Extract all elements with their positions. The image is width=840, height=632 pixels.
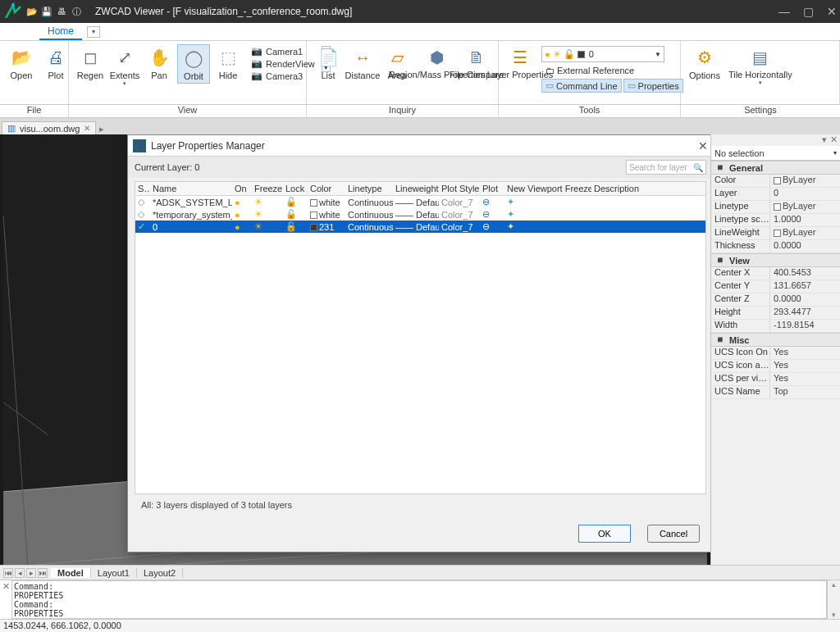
printer-icon: 🖨 — [44, 46, 67, 69]
layout-tab[interactable]: Layout2 — [137, 568, 183, 578]
camera-icon: 📷 — [251, 70, 262, 81]
open-button[interactable]: 📂Open — [5, 44, 38, 82]
folder-open-icon: 📂 — [10, 46, 33, 69]
sun-icon: ☀ — [553, 49, 561, 60]
tab-overflow-icon[interactable]: ▸ — [99, 124, 104, 134]
props-row[interactable]: LineWeightByLayer — [711, 227, 840, 240]
props-row[interactable]: Center X400.5453 — [711, 267, 840, 280]
props-section-header[interactable]: ◾Misc — [711, 333, 840, 347]
props-section-header[interactable]: ◾General — [711, 161, 840, 175]
layer-search-input[interactable]: Search for layer 🔍 — [626, 160, 706, 175]
props-row[interactable]: Linetype scale1.0000 — [711, 214, 840, 227]
props-row[interactable]: Center Z0.0000 — [711, 293, 840, 307]
props-row[interactable]: UCS Icon OnYes — [711, 347, 840, 360]
props-row[interactable]: UCS NameTop — [711, 386, 840, 399]
tile-icon: ▤ — [749, 46, 772, 69]
command-line-panel: ✕ Command:PROPERTIESCommand:PROPERTIESCo… — [0, 580, 840, 619]
panel-close-icon[interactable]: ✕ — [830, 134, 838, 146]
props-row[interactable]: Height293.4477 — [711, 307, 840, 320]
column-header[interactable]: Name — [150, 182, 232, 196]
props-row[interactable]: Thickness0.0000 — [711, 240, 840, 253]
hide-button[interactable]: ⬚Hide — [212, 44, 244, 82]
cmdline-close-icon[interactable]: ✕ — [0, 580, 11, 619]
close-button[interactable]: ✕ — [827, 5, 837, 18]
maximize-button[interactable]: ▢ — [803, 5, 814, 18]
column-header[interactable]: Freeze — [252, 182, 283, 196]
pan-button[interactable]: ✋Pan — [143, 44, 176, 82]
window-icon: ▭ — [628, 80, 636, 91]
document-tabs: ▥ visu...oom.dwg ✕ ▸ — [0, 118, 840, 134]
layer-combo[interactable]: ● ☀ 🔓 0 ▼ — [541, 46, 664, 62]
regen-button[interactable]: ◻Regen — [74, 44, 107, 82]
column-header[interactable]: New Viewport Freeze — [504, 182, 591, 196]
cancel-button[interactable]: Cancel — [647, 525, 700, 543]
camera-icon: 📷 — [251, 58, 262, 69]
props-row[interactable]: ColorByLayer — [711, 175, 840, 188]
tab-home[interactable]: Home — [39, 24, 82, 40]
orbit-button[interactable]: ◯Orbit — [177, 44, 210, 84]
window-icon: ▭ — [546, 80, 554, 91]
options-button[interactable]: ⚙Options — [686, 44, 724, 82]
chevron-down-icon: ▼ — [655, 51, 661, 58]
props-row[interactable]: Layer0 — [711, 188, 840, 201]
layout-tab[interactable]: Model — [51, 568, 91, 578]
column-header[interactable]: Color — [308, 182, 345, 196]
props-row[interactable]: UCS icon at ori…Yes — [711, 360, 840, 373]
document-tab[interactable]: ▥ visu...oom.dwg ✕ — [2, 121, 96, 134]
info-icon[interactable]: ⓘ — [71, 6, 82, 17]
open-icon[interactable]: 📂 — [26, 6, 38, 17]
distance-button[interactable]: ↔Distance — [346, 44, 379, 82]
properties-panel: ▾ ✕ No selection▾ ◾GeneralColorByLayerLa… — [710, 134, 840, 565]
ribbon-section-labels: File View Inquiry Tools Settings — [0, 105, 840, 118]
props-row[interactable]: LinetypeByLayer — [711, 201, 840, 214]
lock-open-icon: 🔓 — [564, 49, 575, 60]
tab-nav-last[interactable]: ⏭ — [38, 568, 48, 578]
layer-table[interactable]: S…NameOnFreezeLockColorLinetypeLineweigh… — [135, 182, 705, 233]
table-row[interactable]: ◇*ADSK_SYSTEM_LIG…●☀🔓whiteContinuous—— D… — [135, 196, 705, 209]
properties-toggle[interactable]: ▭Properties — [623, 79, 683, 93]
layout-tab[interactable]: Layout1 — [91, 568, 137, 578]
extents-button[interactable]: ⤢Extents▾ — [108, 44, 141, 89]
table-row[interactable]: ◇*temporary_system_ca…●☀🔓whiteContinuous… — [135, 208, 705, 221]
commandline-toggle[interactable]: ▭Command Line — [541, 79, 622, 93]
props-row[interactable]: UCS per viewp…Yes — [711, 373, 840, 386]
ok-button[interactable]: OK — [578, 525, 631, 543]
dialog-close-button[interactable]: ✕ — [698, 139, 708, 152]
minimize-button[interactable]: — — [778, 5, 790, 18]
tile-button[interactable]: ▤Tile Horizontally▾ — [725, 44, 796, 88]
panel-menu-icon[interactable]: ▾ — [822, 134, 827, 146]
props-row[interactable]: Width-119.8154 — [711, 320, 840, 333]
tab-nav-next[interactable]: ▸ — [26, 568, 36, 578]
column-header[interactable]: S… — [135, 182, 150, 196]
column-header[interactable]: On — [232, 182, 252, 196]
column-header[interactable]: Linetype — [345, 182, 393, 196]
color-swatch — [578, 51, 585, 58]
xref-toggle[interactable]: 🗀External Reference — [541, 64, 683, 77]
column-header[interactable]: Plot Style — [439, 182, 480, 196]
close-icon[interactable]: ✕ — [84, 124, 90, 133]
scrollbar[interactable]: ▴▾ — [827, 580, 840, 619]
column-header[interactable]: Plot — [480, 182, 504, 196]
props-row[interactable]: Center Y131.6657 — [711, 280, 840, 293]
list-button[interactable]: 📄List — [312, 44, 345, 82]
column-header[interactable]: Lock — [283, 182, 308, 196]
column-header[interactable]: Lineweight — [393, 182, 439, 196]
column-header[interactable]: Description — [591, 182, 705, 196]
plot-button[interactable]: 🖨Plot — [39, 44, 72, 82]
ribbon-dropdown-icon[interactable]: ▾ — [87, 26, 100, 38]
command-log[interactable]: Command:PROPERTIESCommand:PROPERTIESComm… — [11, 580, 827, 619]
layerprops-button[interactable]: ☰Layer Properties — [504, 44, 536, 81]
dialog-icon — [133, 139, 146, 152]
layout-tabs: ⏮ ◂ ▸ ⏭ ModelLayout1Layout2 — [0, 565, 840, 580]
drawing-viewport[interactable]: Layer Properties Manager ✕ Current Layer… — [0, 134, 710, 565]
tab-nav-prev[interactable]: ◂ — [15, 568, 25, 578]
print-icon[interactable]: 🖶 — [56, 6, 67, 17]
table-row[interactable]: ✓0●☀🔓231Continuous—— DefaultColor_7⊖✦ — [135, 221, 705, 233]
selection-combo[interactable]: No selection▾ — [711, 146, 840, 161]
titlebar: 📂 💾 🖶 ⓘ ZWCAD Viewer - [F visualization_… — [0, 0, 840, 23]
hand-icon: ✋ — [148, 46, 171, 69]
orbit-icon: ◯ — [182, 47, 205, 70]
props-section-header[interactable]: ◾View — [711, 253, 840, 267]
save-icon[interactable]: 💾 — [41, 6, 52, 17]
tab-nav-first[interactable]: ⏮ — [3, 568, 13, 578]
